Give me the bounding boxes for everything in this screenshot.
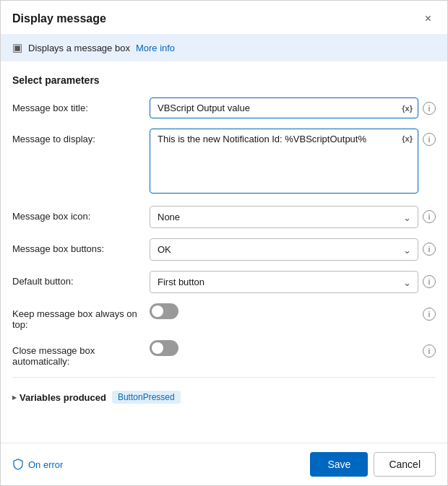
close-automatically-row: Close message box automatically: i [12,340,436,367]
footer: On error Save Cancel [1,443,447,485]
keep-on-top-row: Keep message box always on top: i [12,303,436,330]
message-box-buttons-select[interactable]: OK OK - Cancel Yes - No Yes - No - Cance… [150,238,418,261]
message-box-icon-label: Message box icon: [12,206,150,222]
default-button-select-wrapper: First button Second button Third button … [150,271,418,293]
message-box-icon-select[interactable]: None Information Warning Error [150,206,418,228]
message-to-display-var-button[interactable]: {x} [402,134,413,143]
info-banner-text: Displays a message box [28,43,130,53]
variables-label: Variables produced [20,392,106,403]
message-to-display-label: Message to display: [12,129,150,144]
message-to-display-info[interactable]: i [423,133,436,146]
close-button[interactable]: × [421,11,436,27]
footer-actions: Save Cancel [310,452,436,477]
close-automatically-toggle-knob [152,342,163,354]
divider [12,377,436,378]
cancel-button[interactable]: Cancel [374,452,436,477]
keep-on-top-toggle-wrapper [150,303,178,319]
message-box-icon-control: None Information Warning Error ⌄ i [150,206,436,228]
dialog-title: Display message [12,12,106,25]
variables-chevron-icon: ▸ [12,393,17,402]
message-box-title-label: Message box title: [12,97,150,113]
variables-badge: ButtonPressed [112,391,181,404]
message-box-icon-select-wrapper: None Information Warning Error ⌄ [150,206,418,228]
more-info-link[interactable]: More info [136,43,175,53]
keep-on-top-control: i [150,303,436,321]
default-button-label: Default button: [12,271,150,287]
keep-on-top-toggle[interactable] [150,303,178,319]
message-box-title-info[interactable]: i [423,102,436,115]
on-error-button[interactable]: On error [12,459,63,470]
default-button-control: First button Second button Third button … [150,271,436,293]
close-automatically-toggle-wrapper [150,340,178,356]
on-error-label: On error [28,459,63,470]
close-automatically-control: i [150,340,436,357]
message-box-buttons-info[interactable]: i [423,243,436,256]
default-button-select[interactable]: First button Second button Third button [150,271,418,293]
message-to-display-wrapper: {x} [150,129,418,196]
title-bar: Display message × [1,1,447,34]
variables-toggle-button[interactable]: ▸ Variables produced [12,392,106,403]
default-button-info[interactable]: i [423,275,436,288]
variables-row: ▸ Variables produced ButtonPressed [12,385,436,408]
message-icon: ▣ [12,41,22,54]
message-to-display-input[interactable] [150,129,418,194]
close-automatically-toggle[interactable] [150,340,178,356]
message-box-title-control: {x} i [150,97,436,118]
info-banner: ▣ Displays a message box More info [1,34,447,61]
message-box-title-var-button[interactable]: {x} [402,104,413,113]
message-box-icon-row: Message box icon: None Information Warni… [12,206,436,228]
save-button[interactable]: Save [310,452,368,477]
message-to-display-row: Message to display: {x} i [12,129,436,196]
message-box-title-input[interactable] [150,97,418,118]
shield-icon [12,459,24,470]
message-box-buttons-control: OK OK - Cancel Yes - No Yes - No - Cance… [150,238,436,261]
section-title: Select parameters [12,74,436,86]
message-box-icon-info[interactable]: i [423,210,436,223]
close-automatically-label: Close message box automatically: [12,340,150,367]
message-box-buttons-label: Message box buttons: [12,238,150,254]
close-automatically-info[interactable]: i [423,344,436,357]
keep-on-top-info[interactable]: i [423,308,436,321]
message-box-title-input-wrapper: {x} [150,97,418,118]
keep-on-top-label: Keep message box always on top: [12,303,150,330]
message-to-display-control: {x} i [150,129,436,196]
keep-on-top-toggle-knob [152,305,163,317]
message-box-buttons-select-wrapper: OK OK - Cancel Yes - No Yes - No - Cance… [150,238,418,261]
default-button-row: Default button: First button Second butt… [12,271,436,293]
message-box-title-row: Message box title: {x} i [12,97,436,118]
message-box-buttons-row: Message box buttons: OK OK - Cancel Yes … [12,238,436,261]
content-area: Select parameters Message box title: {x}… [1,61,447,443]
